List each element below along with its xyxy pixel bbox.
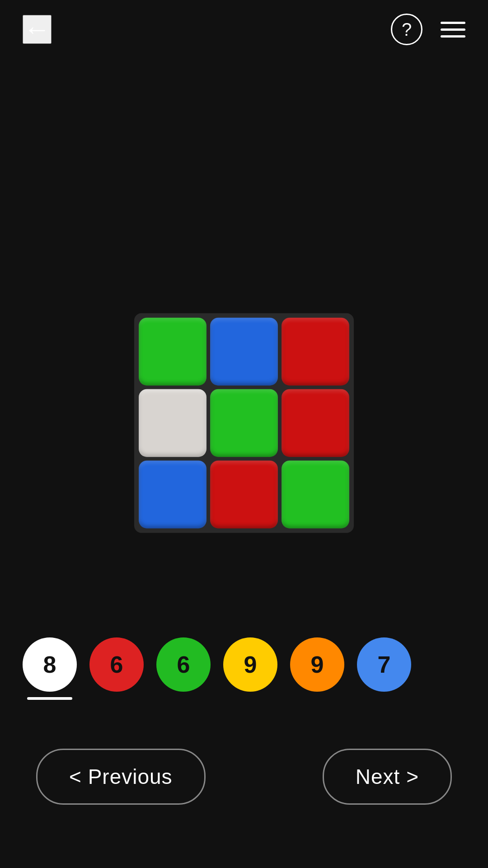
grid-cell-4[interactable]: [210, 389, 278, 457]
nav-buttons: < Previous Next >: [0, 749, 488, 805]
menu-line-3: [441, 35, 465, 38]
score-circle-2[interactable]: 6: [156, 637, 211, 692]
grid-cell-1[interactable]: [210, 318, 278, 386]
header-right: ?: [391, 14, 465, 45]
help-icon[interactable]: ?: [391, 14, 422, 45]
back-button[interactable]: ←: [23, 15, 52, 44]
grid-cell-6[interactable]: [139, 461, 206, 528]
header: ← ?: [0, 0, 488, 59]
grid-cell-7[interactable]: [210, 461, 278, 528]
previous-button[interactable]: < Previous: [36, 749, 206, 805]
menu-line-2: [441, 28, 465, 31]
next-button[interactable]: Next >: [323, 749, 452, 805]
score-circle-3[interactable]: 9: [223, 637, 277, 692]
score-circle-4[interactable]: 9: [290, 637, 344, 692]
color-grid: [134, 313, 354, 533]
grid-cell-5[interactable]: [282, 389, 349, 457]
score-circle-1[interactable]: 6: [89, 637, 144, 692]
menu-icon[interactable]: [441, 22, 465, 38]
grid-cell-0[interactable]: [139, 318, 206, 386]
grid-cell-2[interactable]: [282, 318, 349, 386]
score-circle-0[interactable]: 8: [23, 637, 77, 692]
grid-cell-3[interactable]: [139, 389, 206, 457]
menu-line-1: [441, 22, 465, 24]
score-circle-5[interactable]: 7: [357, 637, 411, 692]
scores-container: 866997: [23, 637, 411, 692]
grid-cell-8[interactable]: [282, 461, 349, 528]
